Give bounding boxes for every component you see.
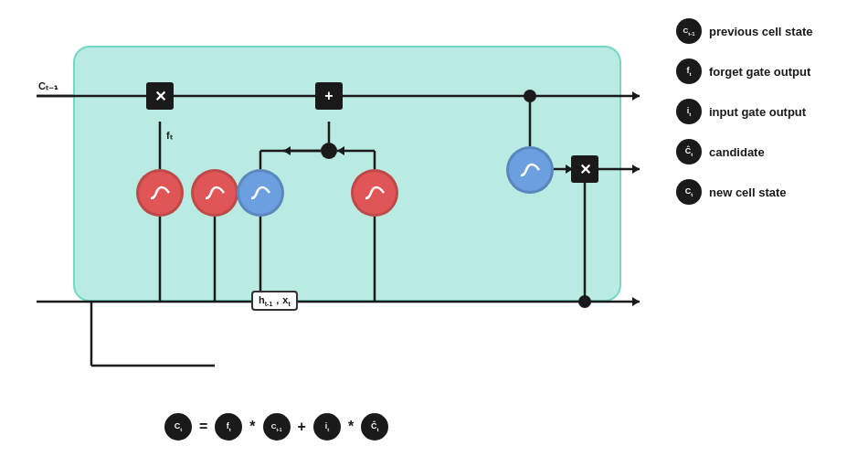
svg-marker-3 [632, 297, 640, 306]
legend-label-ft: forget gate output [709, 65, 810, 79]
ft-label: fₜ [166, 130, 173, 142]
concat-label: ht-1 , xt [251, 291, 298, 311]
formula-ct: Ct [164, 413, 192, 441]
legend-label-candidate: candidate [709, 145, 765, 159]
h-prev-label: ht-1 [259, 294, 272, 307]
input-sigma-1 [191, 169, 238, 217]
formula-it: it [313, 413, 341, 441]
legend-item-ct: Ct new cell state [676, 179, 859, 205]
legend-label-ct: new cell state [709, 186, 787, 199]
formula-candidate: Ĉt [361, 413, 388, 441]
svg-marker-18 [337, 146, 344, 155]
c-prev-label: Cₜ₋₁ [38, 80, 58, 92]
legend-circle-it: it [676, 99, 702, 124]
legend-circle-ft: ft [676, 58, 702, 84]
forget-gate-x: ✕ [146, 82, 174, 110]
legend: Ct-1 previous cell state ft forget gate … [676, 18, 859, 219]
formula-mult2: * [348, 419, 354, 435]
legend-item-it: it input gate output [676, 99, 859, 124]
formula-equals: = [199, 419, 207, 435]
output-sigma [351, 169, 398, 217]
output-gate-x: ✕ [571, 155, 598, 183]
diagram-container: ✕ + ✕ Cₜ₋₁ [18, 27, 658, 375]
output-tanh-sigma [506, 146, 554, 194]
legend-item-candidate: Ĉt candidate [676, 139, 859, 165]
output-gate-label: ✕ [579, 161, 591, 178]
add-gate-label: + [324, 88, 333, 104]
formula-mult1: * [249, 419, 255, 435]
diagram-svg [18, 27, 658, 375]
legend-item-ft: ft forget gate output [676, 58, 859, 84]
legend-label-it: input gate output [709, 105, 806, 119]
svg-point-10 [321, 143, 337, 159]
svg-marker-29 [632, 165, 640, 174]
formula-ft: ft [215, 413, 242, 441]
legend-item-cprev: Ct-1 previous cell state [676, 18, 859, 44]
candidate-sigma [237, 169, 284, 217]
legend-circle-cprev: Ct-1 [676, 18, 702, 44]
forget-sigma [136, 169, 184, 217]
svg-point-27 [578, 295, 591, 308]
legend-circle-candidate: Ĉt [676, 139, 702, 165]
svg-marker-1 [632, 91, 640, 101]
legend-label-cprev: previous cell state [709, 25, 812, 38]
formula-ct-prev: Ct-1 [263, 413, 291, 441]
comma-label: , [276, 294, 279, 307]
add-gate: + [315, 82, 343, 110]
forget-gate-label: ✕ [154, 88, 166, 105]
svg-point-23 [524, 90, 536, 102]
legend-circle-ct: Ct [676, 179, 702, 205]
formula: Ct = ft * Ct-1 + it * Ĉt [164, 413, 388, 441]
xt-label: xt [282, 294, 290, 307]
formula-plus: + [298, 419, 306, 435]
